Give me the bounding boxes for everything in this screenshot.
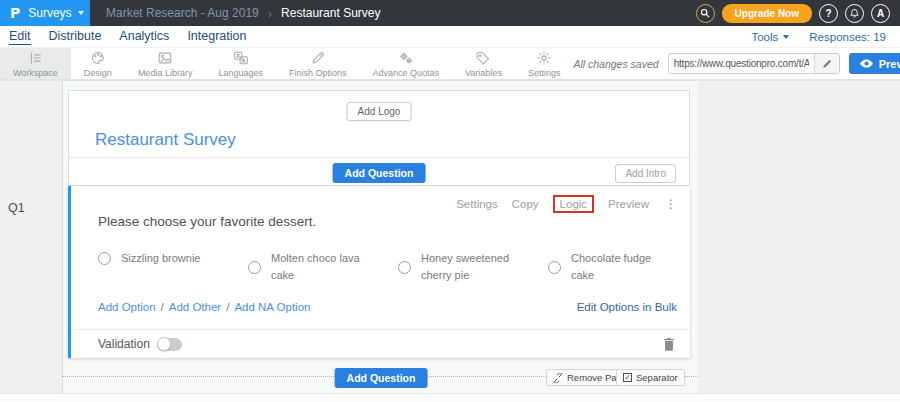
answer-option[interactable]: Sizzling brownie (98, 250, 248, 267)
survey-title[interactable]: Restaurant Survey (95, 130, 236, 150)
checkbox-checked-icon[interactable]: ✓ (623, 373, 632, 382)
tools-menu-label: Tools (751, 31, 778, 43)
answer-option-label[interactable]: Molten choco lava cake (271, 250, 371, 284)
eye-icon (860, 59, 873, 68)
toolbar-right: All changes saved Preview (573, 48, 900, 79)
translate-icon (233, 50, 249, 67)
radio-icon[interactable] (548, 261, 561, 274)
horizontal-scrollbar-track[interactable] (0, 393, 900, 402)
answer-option[interactable]: Honey sweetened cherry pie (398, 250, 548, 284)
edit-url-button[interactable] (814, 54, 839, 73)
card-divider (69, 157, 689, 158)
unlink-icon (553, 373, 563, 383)
breadcrumb: Market Research - Aug 2019 › Restaurant … (106, 6, 380, 21)
toolbar: Workspace Design Media Library Languages… (0, 48, 900, 81)
trash-icon (663, 337, 675, 351)
toggle-knob (157, 337, 171, 351)
surveys-menu[interactable]: Surveys (28, 6, 83, 20)
answer-option-label[interactable]: Sizzling brownie (121, 250, 200, 267)
tool-label: Advance Quotas (372, 68, 439, 78)
question-text[interactable]: Please choose your favorite dessert. (98, 214, 316, 229)
search-button[interactable] (696, 4, 715, 23)
question-logic-button[interactable]: Logic (553, 195, 595, 213)
chevron-down-icon (78, 11, 84, 15)
tool-label: Settings (528, 68, 561, 78)
answer-option-label[interactable]: Chocolate fudge cake (571, 250, 671, 284)
tool-settings[interactable]: Settings (515, 48, 574, 79)
delete-question-button[interactable] (663, 337, 675, 351)
answer-option[interactable]: Chocolate fudge cake (548, 250, 698, 284)
add-logo-button[interactable]: Add Logo (347, 102, 412, 121)
separator-label: Separator (636, 372, 678, 383)
tool-media-library[interactable]: Media Library (125, 48, 206, 79)
add-na-option-link[interactable]: Add NA Option (234, 301, 310, 313)
tab-integration[interactable]: Integration (187, 29, 246, 44)
add-question-button-top[interactable]: Add Question (333, 163, 426, 183)
question-actions: Settings Copy Logic Preview ⋮ (456, 195, 679, 213)
tool-variables[interactable]: Variables (452, 48, 515, 79)
question-footer: Validation (71, 329, 690, 358)
search-icon (700, 8, 710, 18)
preview-button[interactable]: Preview (849, 53, 900, 74)
surveys-menu-label: Surveys (28, 6, 71, 20)
validation-toggle[interactable] (157, 338, 182, 351)
breadcrumb-separator-icon: › (268, 6, 272, 21)
tool-label: Design (84, 68, 112, 78)
survey-header-card: Add Logo Restaurant Survey Add Question … (68, 90, 690, 186)
add-other-link[interactable]: Add Other (169, 301, 221, 313)
topbar-actions: Upgrade Now ? A (696, 4, 900, 23)
tool-label: Finish Options (289, 68, 347, 78)
tool-workspace[interactable]: Workspace (0, 48, 71, 79)
pen-icon (310, 50, 326, 67)
breadcrumb-parent[interactable]: Market Research - Aug 2019 (106, 6, 259, 20)
tools-menu[interactable]: Tools (751, 31, 789, 43)
tool-design[interactable]: Design (71, 48, 125, 79)
more-options-icon[interactable]: ⋮ (663, 198, 679, 210)
menubar-right: Tools Responses: 19 (751, 31, 900, 43)
add-option-link[interactable]: Add Option (98, 301, 156, 313)
tool-advance-quotas[interactable]: Advance Quotas (359, 48, 452, 79)
add-intro-button[interactable]: Add Intro (615, 164, 676, 183)
tab-analytics[interactable]: Analytics (119, 29, 169, 44)
link-separator: / (161, 301, 164, 313)
share-url-input[interactable] (669, 58, 814, 69)
radio-icon[interactable] (398, 261, 411, 274)
tool-languages[interactable]: Languages (205, 48, 276, 79)
pencil-icon (822, 59, 832, 69)
bell-icon (849, 8, 860, 19)
chevron-down-icon (783, 35, 789, 39)
tool-label: Media Library (138, 68, 193, 78)
topbar: P Surveys Market Research - Aug 2019 › R… (0, 0, 900, 26)
help-button[interactable]: ? (819, 4, 838, 23)
tool-finish-options[interactable]: Finish Options (276, 48, 360, 79)
questionpro-logo-icon: P (10, 5, 20, 21)
palette-icon (90, 50, 106, 67)
tab-edit[interactable]: Edit (9, 29, 31, 45)
responses-count[interactable]: Responses: 19 (809, 31, 886, 43)
tag-icon (475, 50, 491, 67)
upgrade-now-button[interactable]: Upgrade Now (722, 4, 812, 23)
menubar: Edit Distribute Analytics Integration To… (0, 26, 900, 48)
preview-button-label: Preview (879, 58, 900, 70)
radio-icon[interactable] (248, 261, 261, 274)
question-preview-button[interactable]: Preview (608, 198, 649, 210)
answer-option-label[interactable]: Honey sweetened cherry pie (421, 250, 521, 284)
product-switcher[interactable]: P Surveys (0, 0, 90, 26)
notifications-button[interactable] (845, 4, 864, 23)
separator-toggle[interactable]: ✓ Separator (616, 369, 685, 386)
save-status: All changes saved (573, 58, 658, 70)
avatar[interactable]: A (871, 4, 890, 23)
question-settings-button[interactable]: Settings (456, 198, 498, 210)
edit-options-in-bulk-link[interactable]: Edit Options in Bulk (577, 301, 677, 313)
question-block: Settings Copy Logic Preview ⋮ Please cho… (68, 186, 690, 358)
workspace-icon (27, 50, 43, 67)
survey-editor-screen: P Surveys Market Research - Aug 2019 › R… (0, 0, 900, 402)
answer-option[interactable]: Molten choco lava cake (248, 250, 398, 284)
question-copy-button[interactable]: Copy (512, 198, 539, 210)
gear-icon (536, 50, 552, 67)
tab-distribute[interactable]: Distribute (49, 29, 102, 44)
tool-label: Workspace (13, 68, 58, 78)
add-question-button-bottom[interactable]: Add Question (335, 368, 428, 388)
radio-icon[interactable] (98, 252, 111, 265)
link-separator: / (226, 301, 229, 313)
